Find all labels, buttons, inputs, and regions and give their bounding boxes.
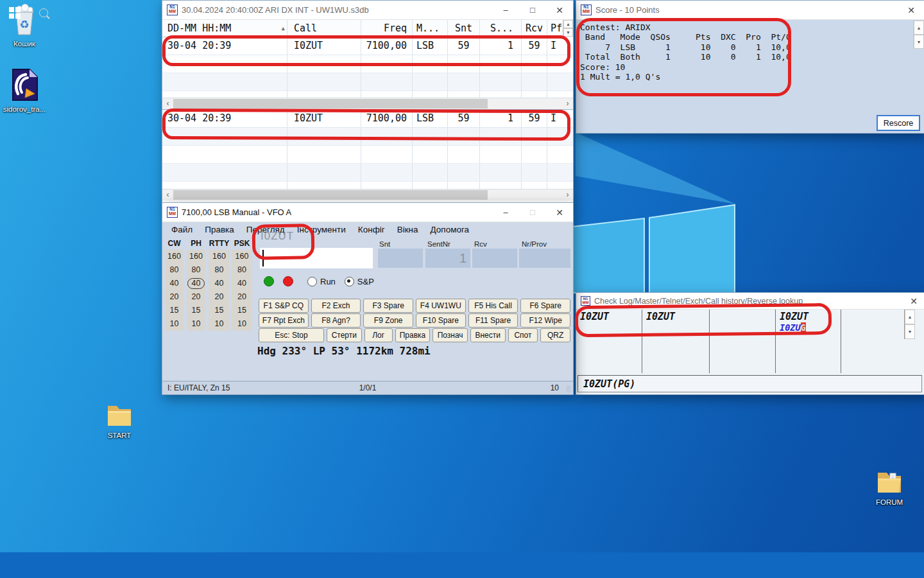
vertical-scrollbar[interactable]: ▲▼ (913, 21, 924, 49)
band-button[interactable]: 40 (209, 277, 230, 290)
check-col-master[interactable]: I0ZUT (642, 310, 710, 373)
partial-match-call[interactable]: I0ZUG (780, 322, 837, 333)
f8-button[interactable]: F8 Agn? (311, 313, 361, 328)
log-row[interactable]: 30-04 20:39 I0ZUT 7100,00 LSB 59 1 59 I (162, 110, 573, 128)
check-col-log[interactable]: I0ZUT (576, 310, 642, 373)
close-button[interactable]: ✕ (898, 1, 924, 19)
entry-window: N1MM 7100,00 LSB Manual - VFO A – □ ✕ Фа… (162, 202, 574, 395)
f4-button[interactable]: F4 UW1WU (416, 299, 466, 313)
desktop-icon-start-folder[interactable]: START (95, 403, 144, 440)
heading-info: Hdg 233° LP 53° 1172km 728mi (257, 345, 431, 357)
f1-button[interactable]: F1 S&P CQ (259, 299, 309, 313)
spot-button[interactable]: Спот (508, 328, 538, 342)
f12-button[interactable]: F12 Wipe (520, 313, 570, 328)
band-button[interactable]: 160 (209, 250, 230, 263)
desktop-icon-label: FORUM (865, 498, 914, 507)
f9-button[interactable]: F9 Zone (363, 313, 413, 328)
nrprov-input[interactable] (519, 249, 570, 268)
menu-file[interactable]: Файл (171, 225, 193, 234)
esc-stop-button[interactable]: Esc: Stop (259, 328, 324, 342)
band-button[interactable]: 10 (165, 317, 184, 331)
f2-button[interactable]: F2 Exch (311, 299, 361, 313)
wipe-button[interactable]: Стерти (327, 328, 362, 342)
desktop-icon-forum-folder[interactable]: FORUM (865, 470, 914, 507)
horizontal-scrollbar[interactable]: ‹› (162, 189, 573, 200)
band-button[interactable]: 160 (232, 250, 252, 263)
band-button[interactable]: 15 (187, 304, 205, 317)
band-button[interactable]: 160 (165, 250, 184, 263)
band-button[interactable]: 20 (232, 290, 252, 304)
band-button[interactable]: 80 (165, 263, 184, 277)
band-button[interactable]: 40 (232, 277, 252, 290)
close-button[interactable]: ✕ (546, 1, 573, 19)
band-button[interactable]: 40 (165, 277, 184, 290)
col-header-sn: S... (480, 20, 522, 37)
sentnr-input[interactable]: 1 (425, 249, 470, 268)
maximize-button[interactable]: □ (519, 1, 546, 19)
log-table-header[interactable]: DD-MM HH:MM ▲ Call Freq M... Snt S... Rc… (162, 20, 563, 37)
check-col-callhistory[interactable]: I0ZUT I0ZUG (776, 310, 841, 373)
f11-button[interactable]: F11 Spare (468, 313, 518, 328)
f3-button[interactable]: F3 Spare (363, 299, 413, 313)
band-button[interactable]: 10 (232, 317, 252, 331)
log-window-titlebar[interactable]: N1MM 30.04.2024 20:40:00Z ARI DX INT - U… (162, 1, 573, 20)
menu-config[interactable]: Конфіг (358, 225, 385, 234)
mark-button[interactable]: Познач (432, 328, 468, 342)
log-button[interactable]: Лог (364, 328, 393, 342)
band-button[interactable]: 15 (209, 304, 230, 317)
maximize-button[interactable]: □ (519, 203, 546, 222)
n1mm-app-icon: N1MM (581, 4, 592, 15)
rcv-input[interactable] (472, 249, 517, 268)
entry-window-titlebar[interactable]: N1MM 7100,00 LSB Manual - VFO A – □ ✕ (162, 203, 573, 222)
callsign-input[interactable] (260, 248, 373, 268)
close-button[interactable]: ✕ (546, 203, 573, 222)
desktop-icon-sidorov-file[interactable]: sidorov_tra... (0, 68, 49, 114)
band-button[interactable]: 15 (165, 304, 184, 317)
band-button[interactable]: 20 (209, 290, 230, 304)
menu-tools[interactable]: Інструменти (297, 225, 346, 234)
log-row[interactable]: 30-04 20:39 I0ZUT 7100,00 LSB 59 1 59 I (162, 37, 573, 55)
close-button[interactable]: ✕ (903, 293, 924, 309)
horizontal-scrollbar[interactable]: ‹› (162, 98, 573, 109)
score-window-title: Score - 10 Points (595, 5, 660, 15)
check-col-reverse[interactable] (841, 310, 904, 373)
edit-button[interactable]: Правка (395, 328, 431, 342)
band-button[interactable]: 80 (209, 263, 230, 277)
sp-radio[interactable] (345, 277, 354, 286)
band-button-selected[interactable]: 40 (187, 277, 205, 290)
check-col-telnet[interactable] (710, 310, 776, 373)
store-button[interactable]: Внести (470, 328, 506, 342)
score-window-titlebar[interactable]: N1MM Score - 10 Points ✕ (576, 1, 924, 20)
check-window: N1MM Check Log/Master/Telnet/Exch/Call h… (576, 292, 924, 395)
cell-freq: 7100,00 (361, 37, 413, 55)
minimize-button[interactable]: – (492, 203, 519, 222)
resize-grip[interactable]: ░ (567, 385, 571, 392)
band-button[interactable]: 15 (232, 304, 252, 317)
run-radio[interactable] (307, 277, 317, 286)
n1mm-app-icon: N1MM (167, 4, 178, 15)
f10-button[interactable]: F10 Spare (416, 313, 466, 328)
minimize-button[interactable]: – (492, 1, 519, 19)
vertical-scrollbar[interactable]: ▲▼ (904, 310, 915, 339)
band-button[interactable]: 80 (187, 263, 205, 277)
qrz-button[interactable]: QRZ (540, 328, 570, 342)
col-header-snt: Snt (448, 20, 480, 37)
menu-edit[interactable]: Правка (205, 225, 234, 234)
band-button[interactable]: 160 (187, 250, 205, 263)
menu-windows[interactable]: Вікна (397, 225, 418, 234)
vertical-scrollbar[interactable]: ▲▼ (563, 20, 573, 37)
band-button[interactable]: 80 (232, 263, 252, 277)
snt-input[interactable] (378, 249, 423, 268)
band-button[interactable]: 20 (187, 290, 205, 304)
f6-button[interactable]: F6 Spare (520, 299, 570, 313)
band-button[interactable]: 10 (209, 317, 230, 331)
rescore-button[interactable]: Rescore (877, 115, 920, 131)
menu-help[interactable]: Допомога (431, 225, 470, 234)
band-button[interactable]: 10 (187, 317, 205, 331)
entry-status-bar: I: EU/ITALY, Zn 15 1/0/1 10 ░ (162, 381, 573, 394)
check-window-titlebar[interactable]: N1MM Check Log/Master/Telnet/Exch/Call h… (576, 293, 924, 310)
f7-button[interactable]: F7 Rpt Exch (259, 313, 309, 328)
band-button[interactable]: 20 (165, 290, 184, 304)
start-button[interactable] (0, 0, 30, 26)
f5-button[interactable]: F5 His Call (468, 299, 518, 313)
